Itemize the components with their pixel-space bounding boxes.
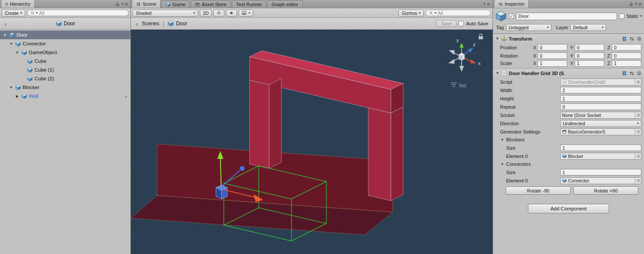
object-picker-icon[interactable] [635, 112, 641, 118]
create-button[interactable]: Create ▾ [2, 10, 25, 17]
scene-search-input[interactable]: ▾ All [425, 10, 491, 16]
tag-dropdown[interactable]: Untagged ▾ [506, 24, 552, 31]
object-picker-icon[interactable] [635, 153, 641, 159]
rotation-y-field[interactable]: 0 [575, 52, 604, 59]
tree-item-cube-2[interactable]: Cube (2) [0, 74, 130, 83]
lighting-toggle-button[interactable] [213, 10, 224, 17]
position-y-field[interactable]: 0 [575, 44, 604, 51]
connector-cube-mesh[interactable] [216, 185, 227, 199]
viewport-lock-icon[interactable] [479, 34, 483, 39]
panel-menu-icon[interactable]: ≡ [125, 2, 128, 7]
back-button[interactable]: ‹ [134, 20, 140, 27]
gear-icon[interactable] [637, 36, 642, 41]
scale-y-field[interactable]: 1 [575, 60, 604, 67]
breadcrumb-scene-name[interactable]: Door [176, 21, 187, 27]
foldout-open-icon: ▼ [500, 138, 504, 142]
width-field[interactable]: 2 [560, 87, 641, 93]
rotate-minus-90-button[interactable]: Rotate -90 [506, 186, 571, 195]
height-field[interactable]: 1 [560, 95, 641, 102]
position-x-field[interactable]: 0 [538, 44, 567, 51]
help-book-icon[interactable] [622, 36, 627, 41]
gizmos-dropdown[interactable]: Gizmos ▾ [398, 10, 424, 17]
rotate-plus-90-button[interactable]: Rotate +90 [573, 186, 638, 195]
direction-dropdown[interactable]: Undirected ▾ [560, 120, 641, 127]
layer-dropdown[interactable]: Default ▾ [570, 24, 606, 31]
blockers-size-field[interactable]: 1 [560, 144, 641, 151]
effects-dropdown-button[interactable]: ▾ [239, 10, 253, 17]
active-checkbox[interactable]: ✓ [509, 14, 514, 19]
axis-z-label: Z [607, 45, 612, 50]
hierarchy-tab[interactable]: ≡ Hierarchy [1, 0, 35, 8]
panel-menu-caret-icon[interactable]: ▾ [484, 2, 486, 6]
foldout-open-icon[interactable]: ▼ [9, 42, 14, 46]
panel-menu-caret-icon[interactable]: ▾ [122, 2, 123, 6]
foldout-open-icon[interactable]: ▼ [15, 51, 20, 55]
auto-save-checkbox[interactable] [459, 21, 464, 26]
panel-menu-icon[interactable]: ≡ [639, 2, 641, 7]
prefab-open-chevron-icon[interactable]: › [125, 93, 129, 100]
tab-scene[interactable]: Scene [132, 0, 161, 8]
tab-game[interactable]: Game [161, 0, 190, 8]
lock-icon[interactable] [629, 2, 634, 7]
object-picker-icon[interactable] [635, 178, 641, 184]
gizmo-z-cone-icon[interactable] [468, 48, 473, 52]
presets-icon[interactable] [629, 36, 634, 41]
scale-z-field[interactable]: 1 [612, 60, 641, 67]
connector-object-field[interactable]: Connector [560, 177, 641, 184]
panel-menu-caret-icon[interactable]: ▾ [635, 2, 637, 6]
gizmo-y-cone-icon[interactable] [459, 43, 464, 48]
script-object-field[interactable]: DoorHandlerGrid3 [560, 79, 641, 86]
connectors-size-field[interactable]: 1 [560, 169, 641, 175]
tree-item-gameobject[interactable]: ▼ GameObject [0, 48, 130, 57]
presets-icon[interactable] [629, 71, 634, 76]
gizmo-x-cone-icon[interactable] [470, 59, 476, 63]
connectors-foldout[interactable]: ▼ Connectors [493, 160, 644, 168]
hierarchy-search-input[interactable]: ▾ All [27, 10, 129, 16]
blockers-foldout[interactable]: ▼ Blockers [493, 136, 644, 144]
tree-item-door[interactable]: ▼ Door [0, 31, 130, 39]
object-name-field[interactable]: Door [516, 13, 617, 20]
panel-menu-icon[interactable]: ≡ [487, 2, 490, 7]
gizmo-z-handle-icon[interactable] [240, 166, 245, 171]
gear-icon[interactable] [637, 71, 642, 76]
add-component-button[interactable]: Add Component [528, 204, 609, 213]
breadcrumb-scenes[interactable]: Scenes [142, 21, 159, 27]
static-checkbox[interactable] [619, 14, 624, 19]
tree-item-connector[interactable]: ▼ Connector [0, 39, 130, 48]
object-picker-icon[interactable] [635, 129, 641, 135]
foldout-open-icon[interactable]: ▼ [3, 33, 7, 37]
rotation-x-field[interactable]: 0 [538, 52, 567, 59]
shading-mode-dropdown[interactable]: Shaded ▾ [133, 10, 198, 17]
static-toggle[interactable]: Static ▾ [619, 14, 642, 19]
foldout-open-icon[interactable]: ▼ [495, 71, 500, 75]
foldout-closed-icon[interactable]: ▶ [15, 94, 20, 98]
rotation-z-field[interactable]: 0 [612, 52, 641, 59]
scale-x-field[interactable]: 1 [538, 60, 567, 67]
foldout-open-icon[interactable]: ▼ [495, 37, 500, 41]
repeat-field[interactable]: 0 [560, 103, 641, 110]
blocker-object-field[interactable]: Blocker [560, 153, 641, 160]
scene-viewport[interactable]: y z x Iso [131, 30, 493, 254]
position-z-field[interactable]: 0 [612, 44, 641, 51]
tree-item-blocker[interactable]: ▼ Blocker [0, 83, 130, 92]
static-dropdown-icon[interactable]: ▾ [640, 14, 642, 18]
inspector-tab[interactable]: Inspector [494, 0, 529, 8]
audio-toggle-button[interactable] [226, 10, 237, 17]
tab-test-runner[interactable]: Test Runner [232, 0, 266, 8]
save-button[interactable]: Save [436, 20, 456, 27]
tree-item-cube[interactable]: Cube [0, 57, 130, 65]
generator-settings-object-field[interactable]: BasicsGeneratorS [560, 128, 641, 135]
tree-item-wall[interactable]: ▶ Wall › [0, 92, 130, 100]
object-picker-icon[interactable] [635, 79, 641, 85]
back-button[interactable]: ‹ [3, 20, 9, 27]
socket-object-field[interactable]: None (Door Socket [560, 112, 641, 119]
foldout-open-icon[interactable]: ▼ [9, 86, 14, 89]
tree-item-cube-1[interactable]: Cube (1) [0, 65, 130, 74]
help-book-icon[interactable] [622, 71, 627, 76]
projection-toggle[interactable]: Iso [451, 82, 466, 89]
orientation-gizmo[interactable]: y z x [449, 38, 481, 71]
tab-graph-editor[interactable]: Graph editor [267, 0, 302, 8]
2d-toggle-button[interactable]: 2D [200, 10, 212, 17]
lock-icon[interactable] [115, 2, 120, 7]
tab-asset-store[interactable]: Asset Store [191, 0, 231, 8]
